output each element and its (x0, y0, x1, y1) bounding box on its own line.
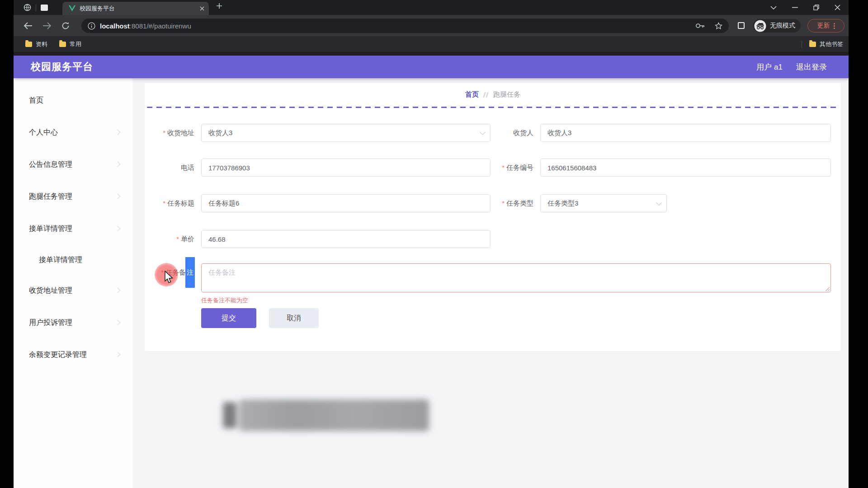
remark-textarea[interactable] (201, 263, 831, 292)
chevron-right-icon (115, 193, 121, 199)
folder-icon (59, 42, 66, 47)
app-title: 校园服务平台 (14, 60, 93, 74)
price-label: *单价 (122, 230, 194, 248)
phone-label: 电话 (122, 159, 194, 177)
update-button[interactable]: 更新 (807, 19, 844, 33)
window-menu-chevron-icon[interactable] (770, 6, 777, 9)
incognito-icon (754, 20, 766, 32)
window-restore-icon[interactable] (813, 5, 819, 10)
task-type-label: *任务类型 (461, 194, 533, 212)
chevron-right-icon (115, 129, 121, 135)
sidebar-subitem-order-detail-management[interactable]: 接单详情管理 (14, 245, 132, 275)
address-select[interactable]: 收货人3 (201, 124, 491, 142)
address-label: *收货地址 (122, 124, 194, 142)
app-body: 首页 个人中心 公告信息管理 跑腿任务管理 接单详情管理 接单详情管理 收货地址… (14, 78, 849, 488)
window-minimize-icon[interactable] (792, 7, 798, 8)
chevron-right-icon (115, 352, 121, 357)
url-path: :8081/#/paotuirenwu (130, 22, 191, 30)
bookmark-folder-changyong[interactable]: 常用 (59, 40, 81, 48)
bookmark-star-icon[interactable] (715, 22, 722, 30)
logout-button[interactable]: 退出登录 (796, 62, 827, 72)
chrome-bottom-edge (14, 52, 849, 56)
sidebar-item-balance-record-management[interactable]: 余额变更记录管理 (14, 339, 132, 371)
site-info-icon[interactable] (88, 22, 95, 30)
app-header: 校园服务平台 用户 a1 退出登录 (14, 56, 849, 78)
incognito-badge: 无痕模式 (753, 19, 801, 33)
browser-tab[interactable]: 校园服务平台 (62, 2, 209, 15)
tabbar-divider (36, 4, 36, 11)
submit-button[interactable]: 提交 (201, 308, 256, 328)
task-title-input[interactable] (201, 194, 491, 212)
forward-icon[interactable] (42, 22, 52, 29)
sidebar-item-order-detail-management[interactable]: 接单详情管理 (14, 213, 132, 245)
sidebar-item-announcement-management[interactable]: 公告信息管理 (14, 149, 132, 181)
desktop-stage: 校园服务平台 localhost:8081/#/paotuirenwu (0, 0, 868, 488)
sidebar-item-errand-task-management[interactable]: 跑腿任务管理 (14, 181, 132, 213)
incognito-label: 无痕模式 (770, 22, 795, 30)
form-card: 首页 跑腿任务 *收货地址 收货人3 收货人 电话 *任务编号 (145, 83, 841, 351)
window-square-icon[interactable] (41, 5, 48, 11)
sidebar-item-user-complaint-management[interactable]: 用户投诉管理 (14, 307, 132, 339)
url-host: localhost (100, 22, 130, 30)
selected-text: 注 (185, 257, 195, 288)
dashed-divider (147, 107, 839, 108)
task-no-input[interactable] (540, 159, 831, 177)
chevron-right-icon (115, 225, 121, 231)
task-no-label: *任务编号 (461, 159, 533, 177)
tab-title: 校园服务平台 (80, 5, 196, 13)
blurred-watermark (223, 398, 432, 433)
breadcrumb-current: 跑腿任务 (493, 90, 520, 99)
price-input[interactable] (201, 230, 491, 248)
receiver-input[interactable] (540, 124, 831, 142)
chevron-right-icon (115, 161, 121, 167)
reload-icon[interactable] (61, 22, 70, 30)
url-text[interactable]: localhost:8081/#/paotuirenwu (100, 22, 696, 30)
back-icon[interactable] (24, 22, 33, 29)
other-bookmarks-label: 其他书签 (820, 40, 843, 48)
chevron-right-icon (115, 319, 121, 325)
bookmarks-divider (802, 41, 802, 48)
breadcrumb: 首页 跑腿任务 (145, 90, 841, 99)
task-title-label: *任务标题 (122, 194, 194, 212)
new-tab-button[interactable] (216, 3, 222, 9)
sidebar-item-shipping-address-management[interactable]: 收货地址管理 (14, 275, 132, 307)
bookmark-label: 资料 (36, 40, 47, 48)
update-label: 更新 (817, 22, 830, 30)
browser-window: 校园服务平台 localhost:8081/#/paotuirenwu (14, 0, 849, 488)
window-close-icon[interactable] (835, 5, 840, 10)
sidebar-item-home[interactable]: 首页 (14, 84, 132, 117)
remark-field (201, 263, 831, 292)
breadcrumb-home-link[interactable]: 首页 (465, 90, 479, 99)
bookmark-label: 常用 (70, 40, 81, 48)
cancel-button[interactable]: 取消 (269, 308, 319, 328)
bookmarks-bar: 资料 常用 其他书签 (14, 36, 849, 52)
main-content: 首页 跑腿任务 *收货地址 收货人3 收货人 电话 *任务编号 (132, 78, 849, 488)
tab-close-icon[interactable] (200, 6, 204, 11)
breadcrumb-separator-icon (483, 92, 489, 98)
globe-icon[interactable] (24, 4, 31, 11)
browser-toolbar: localhost:8081/#/paotuirenwu 无痕模式 更新 (14, 15, 849, 36)
validation-error: 任务备注不能为空 (201, 296, 248, 305)
task-type-select[interactable]: 任务类型3 (540, 194, 667, 212)
folder-icon (25, 42, 32, 47)
extension-icon[interactable] (738, 22, 745, 29)
chevron-down-icon (656, 200, 662, 206)
address-bar[interactable]: localhost:8081/#/paotuirenwu (81, 19, 729, 33)
sidebar-item-personal-center[interactable]: 个人中心 (14, 117, 132, 149)
receiver-label: 收货人 (461, 124, 533, 142)
other-bookmarks[interactable]: 其他书签 (809, 40, 843, 48)
remark-label: *任务备注 (122, 263, 194, 282)
folder-icon (809, 42, 816, 47)
phone-input[interactable] (201, 159, 491, 177)
browser-menu-icon[interactable] (834, 23, 835, 29)
sidebar: 首页 个人中心 公告信息管理 跑腿任务管理 接单详情管理 接单详情管理 收货地址… (14, 78, 132, 488)
vue-favicon (69, 5, 75, 11)
password-key-icon[interactable] (696, 23, 705, 28)
browser-tab-strip: 校园服务平台 (14, 0, 849, 15)
chevron-right-icon (115, 287, 121, 293)
current-user-label[interactable]: 用户 a1 (756, 62, 783, 72)
bookmark-folder-ziliao[interactable]: 资料 (25, 40, 47, 48)
